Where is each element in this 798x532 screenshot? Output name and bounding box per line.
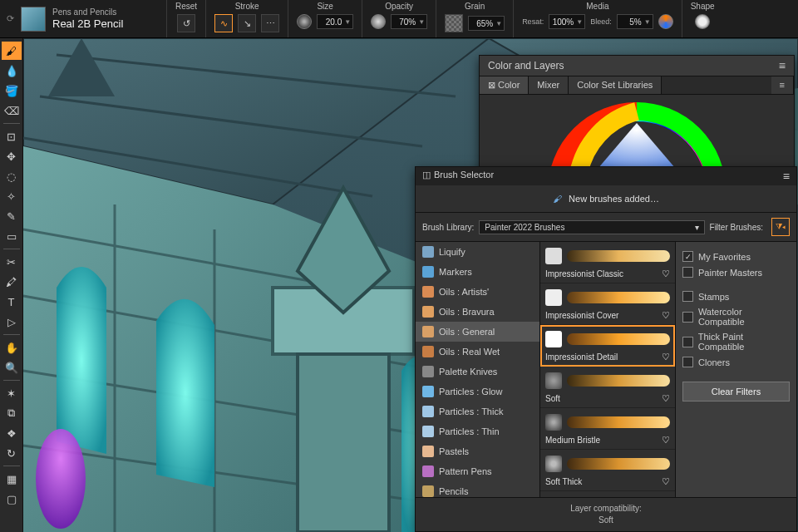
category-icon [422,306,434,318]
brush-variant-item[interactable]: Soft Thick♡ [540,450,675,491]
resat-input[interactable]: 100%▼ [549,14,585,29]
brush-variant-item[interactable]: Feathering♡ [540,491,675,497]
reset-segment: Reset ↺ [166,0,205,37]
brush-selector-menu-icon[interactable]: ≡ [783,170,790,183]
color-tabs-menu-icon[interactable]: ≡ [771,76,794,94]
brush-category-item[interactable]: Oils : Artists' [416,282,539,302]
category-icon [422,366,434,377]
brush-library-dropdown[interactable]: Painter 2022 Brushes▾ [479,220,704,234]
brush-category-item[interactable]: Particles : Thick [416,401,539,421]
brush-category-item[interactable]: Oils : General [416,322,539,342]
brush-name: Real 2B Pencil [52,17,123,31]
tool-brush[interactable]: 🖌 [2,42,22,60]
category-icon [422,346,434,357]
tool-crop[interactable]: ⊡ [2,127,22,145]
tool-mirror[interactable]: ⧉ [2,404,22,422]
stroke-line-button[interactable]: ↘ [238,14,256,32]
brush-category: Pens and Pencils [52,7,123,17]
tool-eyedrop[interactable]: 💧 [2,62,22,80]
size-segment: Size 20.0▼ [288,0,362,37]
brush-category-item[interactable]: Markers [416,262,539,282]
favorite-icon[interactable]: ♡ [662,268,670,279]
tool-paint[interactable]: 🖍 [2,273,22,291]
favorite-icon[interactable]: ♡ [662,393,670,404]
tool-hand[interactable]: ✋ [2,338,22,357]
favorite-icon[interactable]: ♡ [662,435,670,446]
filter-checkbox[interactable]: Cloners [682,354,790,370]
opacity-segment: Opacity 70%▼ [362,0,436,37]
stroke-options-button[interactable]: ⋯ [261,14,279,32]
category-icon [422,426,434,437]
brush-variant-item[interactable]: Impressionist Classic♡ [540,242,675,283]
tool-transform[interactable]: ▭ [2,227,22,245]
shape-preview-icon[interactable] [695,14,710,29]
clear-filters-button[interactable]: Clear Filters [682,382,790,401]
pin-icon[interactable]: ◫ [422,170,431,180]
brush-variant-item[interactable]: Impressionist Cover♡ [540,283,675,325]
brush-selector-panel: ◫Brush Selector ≡ 🖌 New brushes added… B… [415,166,797,532]
brush-selector-button[interactable]: ⟳ Pens and Pencils Real 2B Pencil [0,0,166,37]
size-input[interactable]: 20.0▼ [317,14,353,29]
svg-point-17 [36,429,86,529]
filter-checkbox[interactable]: ✓My Favorites [682,249,790,264]
grain-input[interactable]: 65%▼ [468,16,505,31]
tool-kaleido[interactable]: ❖ [2,424,22,442]
brush-category-item[interactable]: Oils : Real Wet [416,342,539,362]
filter-checkbox[interactable]: Painter Masters [682,264,790,280]
brush-category-item[interactable]: Particles : Glow [416,382,539,401]
category-icon [422,286,434,298]
tool-rotate[interactable]: ↻ [2,444,22,462]
brush-variant-item[interactable]: Medium Bristle♡ [540,408,675,450]
category-icon [422,246,434,258]
filter-checkbox[interactable]: Watercolor Compatible [682,304,790,329]
tool-zoom[interactable]: 🔍 [2,358,22,377]
opacity-preview-icon[interactable] [371,14,386,29]
reset-button[interactable]: ↺ [177,14,195,32]
panel-menu-icon[interactable]: ≡ [779,59,786,72]
tool-wand[interactable]: ✧ [2,187,22,205]
category-icon [422,406,434,417]
tool-arrow[interactable]: ▷ [2,313,22,331]
stroke-freehand-button[interactable]: ∿ [214,14,233,32]
brush-category-item[interactable]: Pastels [416,441,539,461]
favorite-icon[interactable]: ♡ [662,310,670,321]
new-brushes-banner[interactable]: 🖌 New brushes added… [416,185,796,213]
favorite-icon[interactable]: ♡ [662,476,670,487]
tool-move[interactable]: ✥ [2,147,22,165]
left-toolbox: 🖌💧🪣⌫⊡✥◌✧✎▭✂🖍T▷✋🔍✶⧉❖↻▦▢ [0,38,23,532]
brush-variant-item[interactable]: Impressionist Detail♡ [540,325,675,367]
filter-checkbox[interactable]: Thick Paint Compatible [682,329,790,354]
filter-icon[interactable]: ⧩◂ [771,218,790,236]
brush-category-item[interactable]: Liquify [416,242,539,262]
category-icon [422,326,434,337]
grain-swatch[interactable] [445,14,463,32]
stroke-segment: Stroke ∿ ↘ ⋯ [205,0,288,37]
media-color-icon[interactable] [658,14,673,29]
brush-category-item[interactable]: Pencils [416,481,539,497]
tool-erase[interactable]: ⌫ [2,101,22,120]
tool-knife[interactable]: ✂ [2,253,22,271]
filter-checkbox[interactable]: Stamps [682,288,790,304]
color-tab-mixer[interactable]: Mixer [529,76,569,94]
tool-pen[interactable]: ✎ [2,207,22,225]
size-preview-icon[interactable] [297,14,312,29]
tool-bucket[interactable]: 🪣 [2,81,22,100]
brush-variant-item[interactable]: Soft♡ [540,367,675,408]
brush-variant-list: Impressionist Classic♡Impressionist Cove… [540,242,675,497]
color-tab-color[interactable]: ⊠ Color [480,76,529,94]
tool-lasso[interactable]: ◌ [2,167,22,185]
brush-icon: 🖌 [553,194,562,204]
color-tab-color-set-libraries[interactable]: Color Set Libraries [569,76,662,94]
tool-screen[interactable]: ▢ [2,490,22,508]
tool-text[interactable]: T [2,293,22,311]
brush-category-item[interactable]: Particles : Thin [416,421,539,441]
bleed-input[interactable]: 5%▼ [617,14,653,29]
brush-category-item[interactable]: Oils : Bravura [416,302,539,322]
tool-grid[interactable]: ▦ [2,470,22,488]
color-wheel[interactable] [480,95,794,174]
favorite-icon[interactable]: ♡ [662,352,670,362]
brush-category-item[interactable]: Pattern Pens [416,461,539,481]
brush-category-item[interactable]: Palette Knives [416,362,539,382]
opacity-input[interactable]: 70%▼ [391,14,427,29]
tool-divine[interactable]: ✶ [2,384,22,402]
